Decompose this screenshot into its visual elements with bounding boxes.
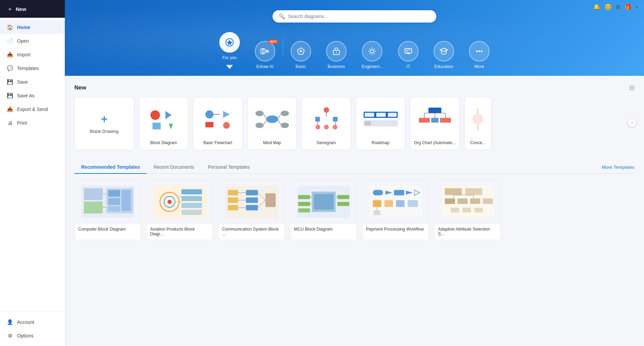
template-card-org-chart[interactable]: Org Chart (Automate... [410, 97, 459, 150]
recommended-grid: Computer Block Diagram [74, 179, 634, 240]
sidebar-item-open[interactable]: 📄 Open [0, 34, 65, 48]
svg-point-21 [150, 110, 160, 120]
computer-block-label: Computer Block Diagram [75, 224, 141, 235]
sidebar-item-templates[interactable]: 💬 Templates [0, 61, 65, 75]
svg-rect-51 [376, 113, 386, 117]
svg-rect-110 [373, 190, 383, 195]
category-basic[interactable]: Basic [283, 41, 319, 69]
category-more-label: More [474, 64, 484, 69]
svg-rect-4 [266, 50, 269, 53]
genogram-label: Genogram [314, 138, 339, 147]
category-engineering[interactable]: Engineeri... [354, 41, 391, 69]
new-grid-next-arrow[interactable]: › [628, 118, 636, 127]
sidebar-item-save[interactable]: 💾 Save [0, 75, 65, 89]
svg-line-35 [264, 114, 266, 118]
grid-apps-icon[interactable]: ⊞ [616, 3, 620, 11]
comm-system-label: Communication System Block ... [219, 224, 284, 240]
template-card-concept[interactable]: Conce... [464, 97, 492, 150]
template-card-mind-map[interactable]: Mind Map [247, 97, 297, 150]
svg-point-30 [266, 115, 278, 123]
engineering-icon [362, 41, 382, 61]
sidebar-item-options[interactable]: ⚙ Options [0, 329, 65, 343]
svg-rect-55 [419, 118, 430, 123]
sidebar-item-save-as[interactable]: 💾 Save As [0, 89, 65, 102]
category-it-label: IT [407, 64, 410, 69]
svg-rect-50 [365, 113, 374, 117]
tab-recent[interactable]: Recent Documents [147, 161, 201, 174]
comm-system-thumb [219, 180, 284, 224]
svg-rect-125 [457, 198, 468, 204]
category-edraw-ai[interactable]: HOT Edraw AI [247, 41, 283, 69]
tab-recommended[interactable]: Recommended Templates [74, 161, 147, 174]
search-input[interactable] [288, 14, 430, 19]
bell-icon[interactable]: 🔔 [593, 3, 600, 11]
svg-marker-27 [223, 111, 230, 118]
svg-point-34 [281, 123, 289, 128]
category-education[interactable]: Education [426, 41, 462, 69]
edraw-ai-icon [255, 41, 275, 61]
svg-rect-81 [181, 203, 202, 208]
user-circle-icon[interactable]: 😊 [604, 3, 612, 11]
svg-rect-124 [445, 198, 455, 204]
import-icon: 📥 [7, 52, 13, 58]
sidebar-item-import[interactable]: 📥 Import [0, 48, 65, 61]
svg-point-42 [316, 125, 320, 129]
more-templates-link[interactable]: More Templates [602, 161, 634, 173]
rec-card-comm-system[interactable]: Communication System Block ... [218, 179, 285, 240]
block-diagram-thumb [139, 101, 188, 138]
aviation-block-thumb [147, 180, 213, 224]
category-it[interactable]: IT [391, 41, 426, 69]
chevron-down-icon[interactable]: ▾ [636, 5, 638, 10]
rec-card-payment-workflow[interactable]: Payment Processing Workflow [362, 179, 429, 240]
computer-block-thumb [75, 180, 141, 224]
it-icon [398, 41, 419, 61]
svg-rect-89 [246, 190, 258, 195]
rec-card-aviation-block[interactable]: Aviation Products Block Diagr... [146, 179, 213, 240]
template-card-block-diagram[interactable]: Block Diagram [139, 97, 188, 150]
category-more[interactable]: More [462, 41, 497, 69]
svg-rect-122 [445, 188, 462, 195]
template-card-genogram[interactable]: Genogram [302, 97, 351, 150]
svg-point-78 [167, 200, 172, 204]
rec-card-adaptive-attr[interactable]: Adaptive Attribute Selection S... [434, 179, 501, 240]
template-card-basic-flowchart[interactable]: Basic Flowchart [193, 97, 243, 150]
svg-point-9 [370, 50, 374, 53]
category-engineering-label: Engineeri... [362, 64, 383, 69]
sidebar-label-save: Save [17, 79, 28, 85]
basic-flowchart-label: Basic Flowchart [201, 138, 235, 147]
blank-drawing-card[interactable]: + Blank Drawing [74, 97, 134, 150]
svg-rect-82 [181, 210, 202, 215]
tab-personal[interactable]: Personal Templates [201, 161, 257, 174]
rec-card-mcu-block[interactable]: MCU Block Diagram [290, 179, 357, 240]
gift-icon[interactable]: 🎁 [625, 3, 632, 11]
svg-rect-117 [396, 200, 405, 207]
category-for-you[interactable]: For you [212, 32, 247, 69]
new-button[interactable]: ＋ New [0, 0, 65, 18]
sidebar-item-account[interactable]: 👤 Account [0, 315, 65, 329]
svg-rect-56 [431, 118, 439, 123]
sidebar-bottom: 👤 Account ⚙ Options [0, 312, 65, 346]
svg-rect-80 [181, 196, 202, 201]
hot-badge: HOT [268, 40, 278, 44]
sidebar: ＋ New 🏠 Home 📄 Open 📥 Import 💬 Templates… [0, 0, 65, 346]
svg-marker-22 [165, 111, 172, 119]
category-basic-label: Basic [296, 64, 306, 69]
svg-rect-104 [337, 195, 349, 199]
main-content: 🔔 😊 ⊞ 🎁 ▾ 🔍 For you [65, 0, 644, 346]
svg-point-62 [472, 114, 483, 125]
category-edraw-ai-label: Edraw AI [257, 64, 274, 69]
svg-rect-91 [246, 205, 258, 210]
sidebar-item-export[interactable]: 📤 Export & Send [0, 102, 65, 116]
blank-drawing-label: Blank Drawing [90, 129, 119, 134]
section-settings-icon[interactable]: ⊟ [629, 84, 634, 92]
sidebar-item-home[interactable]: 🏠 Home [0, 20, 65, 34]
blank-plus-icon: + [101, 113, 108, 125]
svg-point-19 [479, 51, 480, 52]
svg-rect-128 [451, 208, 459, 212]
sidebar-item-print[interactable]: 🖨 Print [0, 116, 65, 129]
search-bar[interactable]: 🔍 [273, 10, 436, 23]
rec-card-computer-block[interactable]: Computer Block Diagram [74, 179, 141, 240]
template-card-roadmap[interactable]: Roadmap [356, 97, 405, 150]
for-you-icon [219, 32, 240, 53]
category-business[interactable]: Business [319, 41, 354, 69]
